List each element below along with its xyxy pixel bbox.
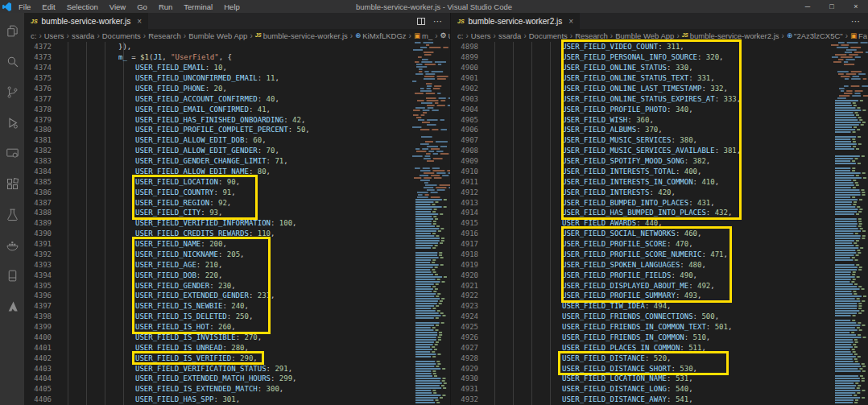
code-line[interactable]: 4925USER_FIELD_FRIENDS_IN_COMMON_TEXT: 5… [451,322,868,333]
menu-selection[interactable]: Selection [61,0,104,13]
code-line[interactable]: 4910USER_FIELD_INTERESTS_TOTAL: 400, [451,167,868,177]
menu-run[interactable]: Run [153,0,178,13]
code-line[interactable]: 4373m_ = $1(J1, "UserField", { [24,52,450,63]
code-line[interactable]: 4382USER_FIELD_ALLOW_EDIT_GENDER: 70, [24,146,450,156]
code-line[interactable]: 4403USER_FIELD_VERIFICATION_STATUS: 291, [24,363,450,374]
code-line[interactable]: 4379USER_FIELD_HAS_FINISHED_ONBOARDING: … [24,114,450,125]
breadcrumb-item[interactable]: c: [457,31,463,40]
breadcrumb-item[interactable]: ⊕KiMxfLKDGz [355,31,407,40]
menu-help[interactable]: Help [218,0,246,13]
menu-view[interactable]: View [104,0,131,13]
close-tab-icon[interactable]: × [568,17,573,26]
code-line[interactable]: 4383USER_FIELD_GENDER_CHANGE_LIMIT: 71, [24,156,450,167]
tab-bumble-service-worker[interactable]: JS bumble-service-worker.js × [24,13,148,29]
extensions-icon[interactable] [0,168,24,199]
code-line[interactable]: 4381USER_FIELD_ALLOW_EDIT_DOB: 60, [24,135,450,146]
code-line[interactable]: 4401USER_FIELD_IS_UNREAD: 280, [24,342,450,353]
code-line[interactable]: 4400USER_FIELD_IS_INVISIBLE: 270, [24,333,450,343]
maximize-restore-button[interactable]: □ [820,0,844,13]
code-editor[interactable]: 4898USER_FIELD_VIDEO_COUNT: 311,4899USER… [451,42,868,405]
search-icon[interactable] [0,46,24,76]
breadcrumb-item[interactable]: Bumble Web App [188,31,247,40]
minimap[interactable] [828,42,868,405]
code-line[interactable]: 4904USER_FIELD_PROFILE_PHOTO: 340, [451,104,868,114]
code-line[interactable]: 4385USER_FIELD_LOCATION: 90, [24,176,450,187]
code-line[interactable]: 4905USER_FIELD_WISH: 360, [451,114,868,125]
code-line[interactable]: 4926USER_FIELD_FRIENDS_IN_COMMON: 510, [451,333,868,343]
code-line[interactable]: 4918USER_FIELD_PROFILE_SCORE_NUMERIC: 47… [451,250,868,260]
code-line[interactable]: 4391USER_FIELD_NAME: 200, [24,239,450,250]
code-line[interactable]: 4915USER_FIELD_AWARDS: 440, [451,218,868,229]
code-line[interactable]: 4396USER_FIELD_EXTENDED_GENDER: 231, [24,291,450,301]
breadcrumb-item[interactable]: ssarda [72,31,95,40]
code-line[interactable]: 4388USER_FIELD_CITY: 93, [24,208,450,218]
more-actions-icon[interactable]: ⋯ [851,17,860,26]
code-line[interactable]: 4906USER_FIELD_ALBUMS: 370, [451,125,868,135]
code-line[interactable]: 4919USER_FIELD_SPOKEN_LANGUAGES: 480, [451,259,868,270]
close-button[interactable]: × [844,0,868,13]
split-editor-icon[interactable] [417,18,425,25]
code-line[interactable]: 4380USER_FIELD_PROFILE_COMPLETE_PERCENT:… [24,125,450,135]
breadcrumb-item[interactable]: JSbumble-service-worker.js [255,31,348,40]
code-line[interactable]: 4378USER_FIELD_EMAIL_CONFIRMED: 41, [24,104,450,114]
code-line[interactable]: 4903USER_FIELD_ONLINE_STATUS_EXPIRES_AT:… [451,93,868,104]
breadcrumb-item[interactable]: ssarda [498,31,522,40]
breadcrumb-item[interactable]: Documents [102,31,141,40]
live-share-icon[interactable] [0,138,24,168]
code-line[interactable]: 4404USER_FIELD_EXTENDED_MATCH_HOURS: 299… [24,374,450,384]
azure-icon[interactable] [0,291,24,321]
code-line[interactable]: 4931USER_FIELD_DISTANCE_LONG: 540, [451,384,868,395]
code-line[interactable]: 4922USER_FIELD_PROFILE_SUMMARY: 493, [451,291,868,301]
code-line[interactable]: 4398USER_FIELD_IS_DELETED: 250, [24,312,450,322]
breadcrumb-item[interactable]: Users [44,31,64,40]
code-line[interactable]: 4387USER_FIELD_REGION: 92, [24,197,450,208]
code-line[interactable]: 4405USER_FIELD_IS_EXTENDED_MATCH: 300, [24,384,450,395]
code-line[interactable]: 4375USER_FIELD_UNCONFIRMED_EMAIL: 11, [24,73,450,84]
code-line[interactable]: 4917USER_FIELD_PROFILE_SCORE: 470, [451,239,868,250]
code-line[interactable]: 4902USER_FIELD_ONLINE_LAST_TIMESTAMP: 33… [451,84,868,94]
code-line[interactable]: 4899USER_FIELD_PERSONAL_INFO_SOURCE: 320… [451,52,868,63]
code-line[interactable]: 4924USER_FIELD_FRIENDS_CONNECTIONS: 500, [451,312,868,322]
code-line[interactable]: 4921USER_FIELD_DISPLAYED_ABOUT_ME: 492, [451,280,868,291]
code-line[interactable]: 4908USER_FIELD_MUSIC_SERVICES_AVAILABLE:… [451,146,868,156]
code-line[interactable]: 4406USER_FIELD_HAS_SPP: 301, [24,395,450,405]
code-line[interactable]: 4372}), [24,42,450,52]
code-line[interactable]: 4912USER_FIELD_INTERESTS: 420, [451,187,868,197]
breadcrumb-item[interactable]: Research [575,31,608,40]
code-line[interactable]: 4900USER_FIELD_ONLINE_STATUS: 330, [451,63,868,73]
code-line[interactable]: 4390USER_FIELD_CREDITS_REWARDS: 110, [24,229,450,239]
code-line[interactable]: 4914USER_FIELD_HAS_BUMPED_INTO_PLACES: 4… [451,208,868,218]
code-line[interactable]: 4389USER_FIELD_VERIFIED_INFORMATION: 100… [24,218,450,229]
source-control-icon[interactable] [0,76,24,107]
code-line[interactable]: 4913USER_FIELD_BUMPED_INTO_PLACES: 431, [451,197,868,208]
code-line[interactable]: 4376USER_FIELD_PHONE: 20, [24,84,450,94]
code-line[interactable]: 4394USER_FIELD_DOB: 220, [24,270,450,280]
code-line[interactable]: 4374USER_FIELD_EMAIL: 10, [24,63,450,73]
breadcrumb-item[interactable]: Users [471,31,491,40]
code-line[interactable]: 4930USER_FIELD_LOCATION_NAME: 531, [451,374,868,384]
breadcrumb-item[interactable]: ⊕"2Az3lzCX5C" [787,31,843,40]
docker-icon[interactable] [0,229,24,260]
remote-explorer-icon[interactable] [0,260,24,291]
code-line[interactable]: 4911USER_FIELD_INTERESTS_IN_COMMON: 410, [451,176,868,187]
code-line[interactable]: 4916USER_FIELD_SOCIAL_NETWORKS: 460, [451,229,868,239]
code-line[interactable]: 4397USER_FIELD_IS_NEWBIE: 240, [24,301,450,312]
breadcrumb-item[interactable]: c: [31,31,36,40]
breadcrumb-item[interactable]: ▣Fa [850,31,867,40]
breadcrumb-item[interactable]: Bumble Web App [615,31,674,40]
menu-terminal[interactable]: Terminal [178,0,218,13]
code-line[interactable]: 4384USER_FIELD_ALLOW_EDIT_NAME: 80, [24,167,450,177]
run-and-debug-icon[interactable] [0,107,24,138]
code-line[interactable]: 4402USER_FIELD_IS_VERIFIED: 290, [24,353,450,363]
minimap[interactable] [408,42,450,405]
code-line[interactable]: 4377USER_FIELD_ACCOUNT_CONFIRMED: 40, [24,93,450,104]
code-line[interactable]: 4392USER_FIELD_NICKNAME: 205, [24,250,450,260]
code-line[interactable]: 4923USER_FIELD_TIW_IDEA: 494, [451,301,868,312]
minimize-button[interactable]: ─ [796,0,820,13]
code-line[interactable]: 4909USER_FIELD_SPOTIFY_MOOD_SONG: 382, [451,156,868,167]
code-line[interactable]: 4395USER_FIELD_GENDER: 230, [24,280,450,291]
explorer-icon[interactable] [0,15,24,46]
breadcrumb-item[interactable]: Documents [529,31,568,40]
menu-edit[interactable]: Edit [36,0,60,13]
breadcrumb-item[interactable]: ▣m_ [414,31,432,40]
